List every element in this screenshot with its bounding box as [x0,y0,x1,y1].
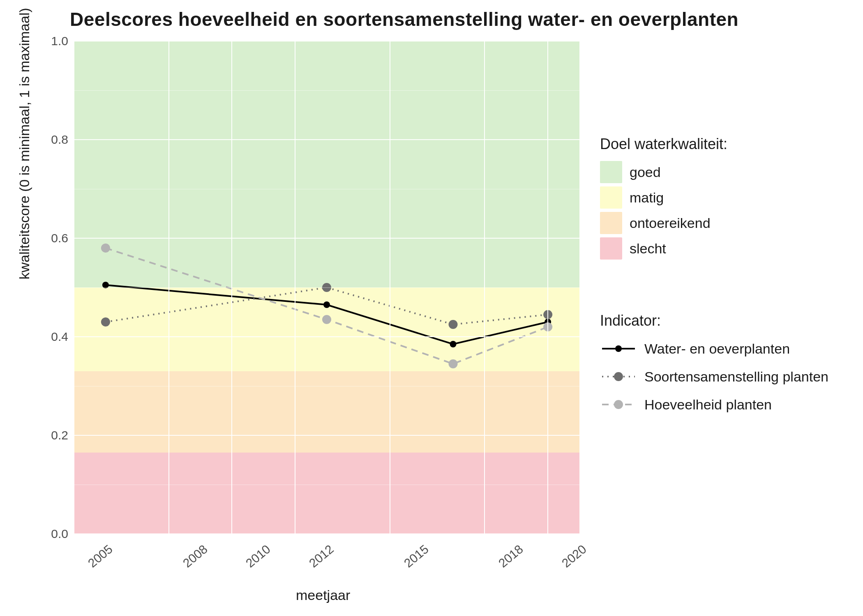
data-point [101,317,110,326]
legend-band-label: matig [630,190,664,206]
y-tick-label: 0.6 [51,231,68,245]
y-tick-label: 0.2 [51,428,68,442]
gridline-h [74,238,579,239]
legend-band-row: ontoereikend [600,212,727,234]
y-tick-label: 0.8 [51,133,68,147]
legend-swatch [600,237,622,260]
legend-swatch [600,161,622,183]
gridline-h [74,336,579,337]
data-point [101,244,110,253]
data-point [449,359,458,368]
data-point [449,320,458,329]
y-tick-label: 1.0 [51,34,68,48]
y-tick-label: 0.0 [51,527,68,541]
chart-title: Deelscores hoeveelheid en soortensamenst… [70,8,738,30]
x-axis-label: meetjaar [296,587,350,603]
data-point [323,301,330,308]
legend-series: Indicator: Water- en oeverplantenSoorten… [600,312,828,421]
legend-series-label: Hoeveelheid planten [644,397,772,413]
x-tick-label: 2010 [243,542,273,570]
legend-band-label: ontoereikend [630,215,711,231]
gridline-v [390,41,390,534]
x-tick-label: 2015 [401,542,431,570]
gridline-v [231,41,232,534]
gridline-v [484,41,485,534]
x-tick-label: 2020 [559,542,589,570]
x-tick-label: 2005 [85,542,115,570]
legend-band-row: matig [600,186,727,209]
data-point [450,341,457,347]
chart-container: Deelscores hoeveelheid en soortensamenst… [0,0,863,616]
y-axis-label: kwaliteitscore (0 is minimaal, 1 is maxi… [16,8,32,279]
svg-point-1 [615,345,622,352]
gridline-h [74,41,579,41]
svg-point-5 [614,400,623,409]
legend-band-row: goed [600,161,727,183]
legend-line-sample [600,393,637,416]
legend-swatch [600,186,622,209]
legend-series-row: Hoeveelheid planten [600,393,828,416]
gridline-h [74,139,579,140]
gridline-h-minor [74,90,579,91]
gridline-v [547,41,548,534]
svg-point-3 [614,372,623,381]
legend-swatch [600,212,622,234]
gridline-h-minor [74,485,579,485]
gridline-v [74,41,74,534]
gridline-h-minor [74,189,579,189]
legend-series-title: Indicator: [600,312,828,329]
gridline-h-minor [74,287,579,288]
legend-band-label: slecht [630,241,666,257]
x-tick-label: 2018 [496,542,526,570]
x-tick-label: 2012 [307,542,337,570]
legend-series-label: Soortensamenstelling planten [644,369,828,385]
gridline-h [74,533,579,534]
series-line [106,285,548,344]
legend-bands-title: Doel waterkwaliteit: [600,136,727,153]
legend-line-sample [600,338,637,360]
gridline-h-minor [74,386,579,386]
legend-bands: Doel waterkwaliteit: goedmatigontoereike… [600,136,727,263]
legend-band-label: goed [630,164,661,180]
plot-area: 0.00.20.40.60.81.02005200820102012201520… [74,41,579,534]
data-point [322,315,331,324]
y-tick-label: 0.4 [51,330,68,344]
legend-series-row: Soortensamenstelling planten [600,365,828,388]
gridline-v [295,41,295,534]
x-tick-label: 2008 [180,542,210,570]
legend-band-row: slecht [600,237,727,260]
gridline-h [74,435,579,436]
legend-line-sample [600,365,637,388]
legend-series-row: Water- en oeverplanten [600,338,828,360]
gridline-v [168,41,169,534]
legend-series-label: Water- en oeverplanten [644,341,790,357]
